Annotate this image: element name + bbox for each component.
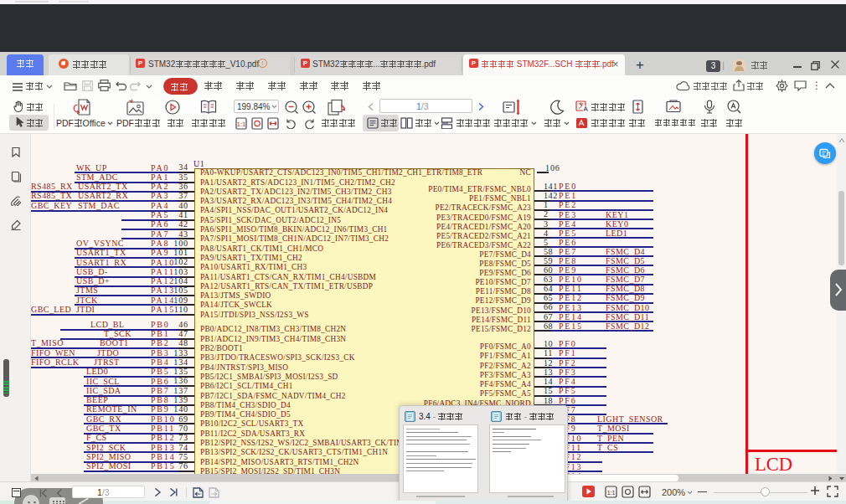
svg-text:1:1: 1:1 — [236, 121, 246, 128]
svg-text:1:1: 1:1 — [607, 490, 616, 496]
